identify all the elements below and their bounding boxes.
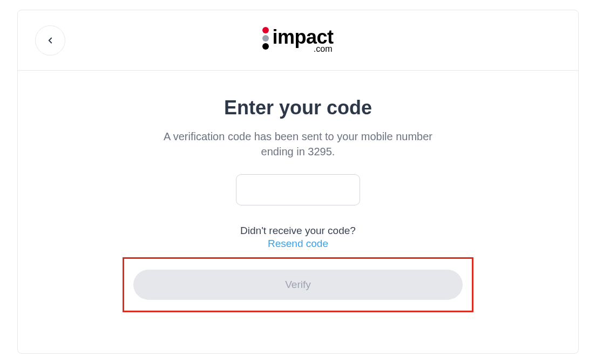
verify-highlight-box: Verify bbox=[123, 257, 473, 312]
card-header: impact .com bbox=[18, 10, 578, 71]
resend-code-link[interactable]: Resend code bbox=[268, 238, 328, 250]
chevron-left-icon bbox=[45, 36, 55, 45]
back-button[interactable] bbox=[35, 25, 65, 56]
page-subtitle: A verification code has been sent to you… bbox=[147, 129, 449, 159]
verification-card: impact .com Enter your code A verificati… bbox=[17, 10, 579, 354]
logo-dots-icon bbox=[262, 27, 269, 50]
verification-code-input[interactable] bbox=[236, 174, 360, 205]
logo-sub-text: .com bbox=[314, 45, 333, 53]
card-content: Enter your code A verification code has … bbox=[18, 71, 578, 312]
page-title: Enter your code bbox=[18, 97, 578, 119]
logo-text: impact .com bbox=[272, 28, 333, 53]
verify-button[interactable]: Verify bbox=[133, 270, 463, 300]
impact-logo: impact .com bbox=[262, 28, 333, 53]
didnt-receive-text: Didn't receive your code? bbox=[18, 225, 578, 237]
